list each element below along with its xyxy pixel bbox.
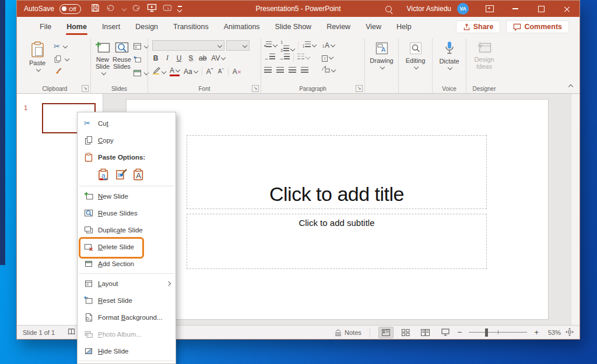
tab-review[interactable]: Review	[319, 17, 358, 37]
maximize-button[interactable]	[528, 1, 554, 17]
tab-design[interactable]: Design	[128, 17, 166, 37]
paste-use-destination-theme-button[interactable]: a	[98, 168, 110, 182]
zoom-slider-thumb[interactable]	[485, 328, 488, 337]
menu-item-reset-slide[interactable]: Reset Slide	[78, 292, 175, 309]
text-shadow-button[interactable]: S	[187, 54, 194, 62]
menu-item-cut[interactable]: ✂Cut	[78, 115, 175, 132]
collapse-ribbon-icon[interactable]	[568, 84, 573, 89]
customize-qat-icon[interactable]	[178, 6, 182, 11]
font-name-combobox[interactable]	[152, 40, 224, 51]
menu-item-paste-options[interactable]: Paste Options:	[78, 149, 175, 165]
editing-button[interactable]: Editing	[402, 40, 429, 70]
menu-item-layout[interactable]: Layout	[78, 275, 175, 292]
menu-item-duplicate-slide[interactable]: Duplicate Slide	[78, 221, 175, 238]
justify-button[interactable]	[301, 67, 308, 73]
reset-slide-button[interactable]	[134, 55, 148, 64]
clear-formatting-button[interactable]: A✕	[233, 68, 242, 76]
tab-transitions[interactable]: Transitions	[166, 17, 216, 37]
copy-button[interactable]	[54, 54, 69, 63]
tab-slide-show[interactable]: Slide Show	[268, 17, 319, 37]
line-spacing-button[interactable]: ↕	[302, 41, 316, 50]
font-dialog-launcher[interactable]: ↘	[252, 85, 259, 92]
paste-keep-text-only-button[interactable]: A	[133, 168, 145, 182]
align-right-button[interactable]	[289, 67, 296, 73]
cut-button[interactable]: ✂	[54, 41, 69, 51]
tab-file[interactable]: File	[32, 17, 59, 37]
bullets-button[interactable]: •	[264, 41, 277, 50]
menu-item-hide-slide[interactable]: Hide Slide	[78, 342, 175, 359]
zoom-level[interactable]: 53%	[543, 329, 561, 336]
slide-sorter-view-button[interactable]	[398, 327, 413, 338]
format-painter-button[interactable]	[54, 67, 69, 76]
align-text-button[interactable]: ↕	[322, 54, 333, 62]
title-placeholder[interactable]: Click to add title	[187, 135, 487, 209]
increase-font-size-button[interactable]: Aˇ	[206, 68, 214, 76]
zoom-in-button[interactable]: +	[534, 328, 539, 337]
change-case-button[interactable]: Aa	[184, 68, 198, 76]
normal-view-button[interactable]	[378, 327, 394, 338]
increase-indent-button[interactable]: →	[279, 54, 290, 62]
font-color-button[interactable]: A	[170, 66, 180, 76]
undo-dropdown-icon[interactable]	[121, 6, 126, 11]
convert-to-smartart-button[interactable]	[322, 66, 335, 75]
clipboard-dialog-launcher[interactable]: ↘	[82, 85, 89, 92]
section-button[interactable]	[134, 68, 148, 77]
cut-dropdown-icon[interactable]	[63, 44, 68, 48]
user-name[interactable]: Victor Ashiedu	[407, 5, 452, 13]
columns-button[interactable]	[297, 54, 310, 62]
slide[interactable]: Click to add title Click to add subtitle	[127, 100, 548, 319]
subtitle-placeholder[interactable]: Click to add subtitle	[187, 214, 487, 269]
character-spacing-button[interactable]: AV	[211, 54, 225, 62]
zoom-out-button[interactable]: −	[458, 328, 462, 337]
editing-dropdown-icon[interactable]	[414, 65, 419, 69]
decrease-font-size-button[interactable]: Aˇ	[218, 68, 224, 75]
font-size-combobox[interactable]	[226, 40, 250, 51]
dictate-dropdown-icon[interactable]	[448, 65, 452, 70]
tab-insert[interactable]: Insert	[94, 17, 128, 37]
paragraph-dialog-launcher[interactable]: ↘	[356, 85, 363, 92]
menu-item-reuse-slides[interactable]: Reuse Slides	[78, 204, 175, 221]
strikethrough-button[interactable]: ab	[199, 54, 206, 62]
reading-view-button[interactable]	[418, 327, 433, 338]
comments-button[interactable]: Comments	[506, 20, 569, 33]
new-slide-button[interactable]: New Slide	[94, 40, 111, 79]
menu-item-copy[interactable]: Copy	[78, 132, 175, 149]
menu-item-add-section[interactable]: Add Section	[78, 255, 175, 272]
menu-item-new-slide[interactable]: New Slide	[78, 188, 175, 204]
fit-slide-to-window-button[interactable]	[566, 328, 574, 337]
text-direction-button[interactable]: ↕A	[322, 41, 335, 50]
menu-item-format-background[interactable]: Format Background...	[78, 309, 175, 326]
presenter-mode-icon[interactable]	[163, 4, 172, 14]
reuse-slides-button[interactable]: Reuse Slides	[111, 40, 132, 79]
autosave-toggle[interactable]: Off	[59, 4, 81, 14]
ribbon-display-options-button[interactable]	[477, 1, 503, 17]
vertical-scrollbar[interactable]	[571, 94, 580, 325]
minimize-button[interactable]	[503, 1, 528, 17]
close-button[interactable]	[554, 1, 580, 17]
tab-home[interactable]: Home	[59, 17, 94, 37]
redo-icon[interactable]	[132, 4, 141, 14]
slide-show-view-button[interactable]	[438, 327, 453, 338]
align-center-button[interactable]	[276, 67, 284, 73]
tab-animations[interactable]: Animations	[216, 17, 268, 37]
spell-check-button[interactable]	[68, 328, 75, 337]
drawing-button[interactable]: A Drawing	[368, 40, 395, 70]
tab-view[interactable]: View	[358, 17, 389, 37]
zoom-slider[interactable]	[469, 332, 527, 333]
align-left-button[interactable]	[264, 67, 272, 73]
menu-item-delete-slide[interactable]: Delete Slide	[78, 238, 175, 255]
avatar[interactable]: VA	[457, 3, 469, 15]
drawing-dropdown-icon[interactable]	[380, 65, 385, 69]
decrease-indent-button[interactable]: ←	[264, 54, 275, 62]
tab-help[interactable]: Help	[389, 17, 419, 37]
highlight-color-button[interactable]	[152, 67, 166, 76]
save-icon[interactable]	[91, 3, 100, 14]
notes-button[interactable]: Notes	[334, 329, 361, 336]
undo-icon[interactable]	[106, 4, 115, 14]
paste-dropdown-icon[interactable]	[36, 67, 40, 72]
underline-button[interactable]: U	[175, 54, 182, 62]
start-slideshow-icon[interactable]	[147, 3, 157, 14]
paste-button[interactable]: Paste	[22, 40, 52, 78]
search-icon[interactable]	[385, 6, 392, 12]
dictate-button[interactable]: Dictate	[436, 40, 463, 70]
